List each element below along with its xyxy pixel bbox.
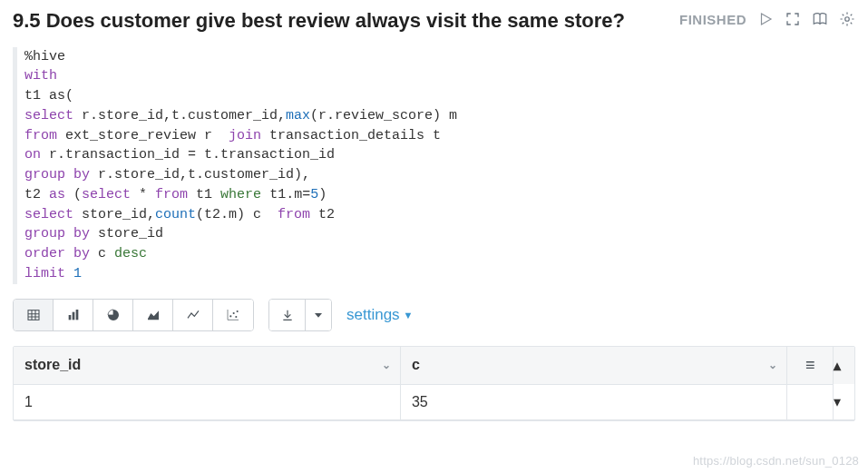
paragraph-title: 9.5 Does customer give best review alway…	[13, 7, 679, 34]
download-group	[268, 299, 332, 331]
svg-rect-9	[72, 311, 74, 320]
viz-bar-button[interactable]	[54, 300, 93, 330]
settings-link[interactable]: settings ▼	[346, 306, 413, 324]
column-menu-button[interactable]: ≡	[787, 347, 834, 385]
expand-icon[interactable]	[785, 11, 801, 27]
table-row: 1 35 ▾	[14, 384, 854, 419]
run-icon[interactable]	[757, 11, 774, 27]
svg-rect-10	[75, 310, 78, 320]
svg-marker-19	[315, 313, 322, 318]
download-caret[interactable]	[306, 300, 331, 330]
viz-line-button[interactable]	[173, 300, 213, 330]
svg-point-13	[229, 315, 231, 317]
row-spacer	[787, 384, 834, 419]
scroll-up-arrow[interactable]: ▴	[834, 347, 854, 385]
viz-area-button[interactable]	[133, 300, 173, 330]
viz-table-button[interactable]	[14, 300, 54, 330]
viz-scatter-button[interactable]	[213, 300, 253, 330]
viz-type-group	[13, 299, 254, 331]
gear-icon[interactable]	[839, 11, 855, 27]
chevron-down-icon: ⌄	[382, 359, 391, 371]
chevron-down-icon: ▼	[404, 310, 414, 320]
svg-rect-3	[28, 310, 39, 320]
settings-label: settings	[346, 306, 400, 324]
svg-point-16	[237, 310, 239, 312]
cell-c: 35	[400, 384, 786, 419]
viz-pie-button[interactable]	[93, 300, 133, 330]
chevron-down-icon: ⌄	[768, 359, 777, 371]
svg-point-2	[845, 17, 850, 22]
svg-point-15	[235, 316, 237, 318]
book-icon[interactable]	[812, 11, 828, 27]
download-button[interactable]	[269, 300, 306, 330]
svg-rect-8	[68, 315, 71, 320]
column-label: c	[412, 357, 420, 372]
svg-point-14	[233, 312, 235, 314]
svg-marker-0	[762, 14, 772, 25]
column-label: store_id	[24, 357, 81, 372]
table-header-row: store_id ⌄ c ⌄ ≡ ▴	[14, 347, 854, 385]
menu-icon: ≡	[805, 356, 815, 374]
column-header-c[interactable]: c ⌄	[400, 347, 786, 385]
scroll-down-arrow[interactable]: ▾	[834, 384, 854, 419]
column-header-store-id[interactable]: store_id ⌄	[14, 347, 400, 385]
code-editor[interactable]: %hivewitht1 as(select r.store_id,t.custo…	[13, 47, 855, 284]
cell-store-id: 1	[14, 384, 400, 419]
watermark: https://blog.csdn.net/sun_0128	[693, 454, 859, 468]
status-label: FINISHED	[679, 12, 746, 27]
result-table: store_id ⌄ c ⌄ ≡ ▴ 1 35 ▾	[13, 346, 855, 421]
